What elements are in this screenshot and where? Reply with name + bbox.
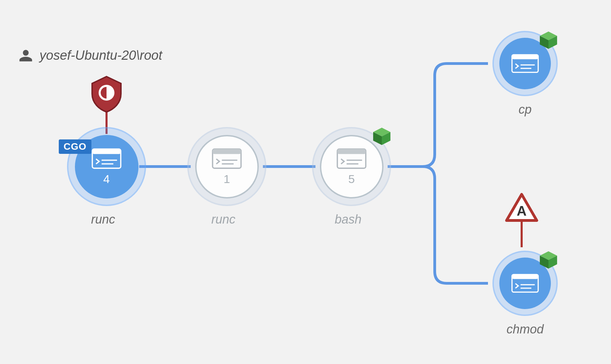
process-node-chmod[interactable]: chmod xyxy=(489,251,561,337)
process-node-cp[interactable]: cp xyxy=(489,31,561,117)
process-node-runc-2[interactable]: 1 runc xyxy=(187,127,259,227)
container-cube-icon xyxy=(372,126,392,146)
terminal-icon xyxy=(211,148,242,170)
shield-badge xyxy=(89,75,124,114)
terminal-icon xyxy=(511,54,540,73)
svg-rect-17 xyxy=(337,149,366,154)
terminal-icon xyxy=(91,148,122,170)
node-name: chmod xyxy=(489,322,561,337)
warning-letter: A xyxy=(517,203,527,218)
container-cube-icon xyxy=(538,30,558,50)
node-count: 5 xyxy=(348,172,355,186)
svg-rect-6 xyxy=(92,149,121,154)
shield-icon xyxy=(89,75,124,113)
warning-badge: A xyxy=(504,192,539,225)
warning-triangle-icon: A xyxy=(504,192,539,223)
node-name: runc xyxy=(67,212,139,227)
process-node-bash[interactable]: 5 bash xyxy=(312,127,384,227)
svg-rect-24 xyxy=(512,55,538,59)
terminal-icon xyxy=(511,273,540,293)
node-count: 1 xyxy=(224,172,230,186)
svg-rect-10 xyxy=(213,149,241,154)
node-name: cp xyxy=(489,102,561,117)
process-node-runc-1[interactable]: CGO 4 runc xyxy=(67,127,139,227)
user-label: yosef-Ubuntu-20\root xyxy=(19,48,162,63)
user-label-text: yosef-Ubuntu-20\root xyxy=(40,48,162,63)
svg-rect-31 xyxy=(512,274,538,279)
container-cube-icon xyxy=(538,250,558,270)
user-icon xyxy=(19,49,33,62)
cgo-tag: CGO xyxy=(59,139,91,154)
terminal-icon xyxy=(336,148,367,170)
node-count: 4 xyxy=(103,172,110,186)
node-name: bash xyxy=(312,212,384,227)
node-name: runc xyxy=(187,212,259,227)
diagram-canvas: yosef-Ubuntu-20\root A CGO xyxy=(0,0,611,364)
